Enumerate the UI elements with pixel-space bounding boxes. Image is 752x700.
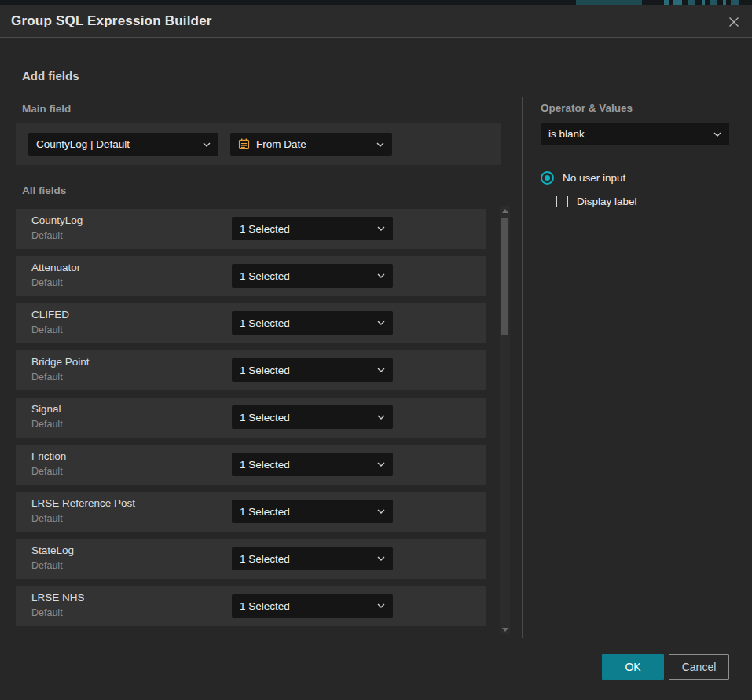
field-selection-value: 1 Selected (240, 600, 371, 612)
dialog-header: Group SQL Expression Builder (0, 5, 752, 38)
screen: Group SQL Expression Builder Add fields … (0, 0, 752, 700)
chevron-down-icon (377, 273, 385, 278)
chevron-down-icon (377, 226, 385, 231)
scrollbar-thumb[interactable] (501, 218, 508, 335)
main-field-source-dropdown[interactable]: CountyLog | Default (28, 133, 218, 156)
close-icon[interactable] (727, 15, 741, 29)
radio-selected-icon (541, 171, 554, 185)
scroll-down-arrow[interactable] (500, 625, 510, 634)
field-row: CountyLog Default 1 Selected (16, 209, 486, 249)
no-user-input-label: No user input (563, 172, 625, 184)
scroll-up-arrow[interactable] (500, 206, 510, 215)
panel-divider (522, 97, 523, 638)
field-row: CLIFED Default 1 Selected (16, 303, 486, 343)
display-label-checkbox[interactable]: Display label (556, 196, 637, 207)
field-selection-value: 1 Selected (240, 459, 371, 471)
display-label-label: Display label (577, 196, 637, 207)
field-row: Signal Default 1 Selected (16, 398, 486, 438)
chevron-down-icon (377, 462, 385, 467)
chevron-down-icon (377, 509, 385, 514)
field-type: Default (31, 466, 63, 477)
field-selection-dropdown[interactable]: 1 Selected (232, 594, 393, 618)
ok-button[interactable]: OK (602, 654, 664, 680)
field-name: Friction (31, 450, 66, 462)
field-type: Default (31, 277, 63, 288)
field-type: Default (31, 372, 63, 383)
operator-value: is blank (548, 128, 707, 140)
field-selection-dropdown[interactable]: 1 Selected (232, 500, 393, 523)
main-field-date-dropdown[interactable]: From Date (230, 133, 392, 156)
field-row: StateLog Default 1 Selected (16, 539, 486, 579)
chevron-down-icon (377, 556, 385, 561)
field-selection-dropdown[interactable]: 1 Selected (232, 358, 393, 382)
field-type: Default (31, 419, 63, 430)
main-field-container: CountyLog | Default From Date (16, 123, 501, 165)
chevron-down-icon (713, 132, 721, 137)
field-name: CountyLog (31, 214, 83, 226)
field-type: Default (31, 230, 63, 241)
field-name: Attenuator (31, 262, 80, 273)
date-field-icon (238, 138, 250, 150)
field-name: LRSE NHS (31, 592, 85, 603)
checkbox-unchecked-icon (556, 196, 568, 207)
cancel-button-label: Cancel (682, 661, 717, 673)
chevron-down-icon (376, 142, 384, 147)
field-type: Default (31, 560, 63, 571)
main-field-source-value: CountyLog | Default (36, 138, 196, 150)
add-fields-heading: Add fields (22, 69, 79, 82)
field-row: Attenuator Default 1 Selected (16, 256, 486, 296)
field-row: Bridge Point Default 1 Selected (16, 350, 486, 390)
no-user-input-radio[interactable]: No user input (541, 171, 625, 185)
field-type: Default (31, 324, 63, 335)
main-field-date-value: From Date (256, 138, 370, 150)
chevron-down-icon (377, 321, 385, 325)
field-selection-value: 1 Selected (240, 412, 371, 423)
field-selection-dropdown[interactable]: 1 Selected (232, 217, 393, 240)
field-type: Default (31, 513, 63, 524)
operator-dropdown[interactable]: is blank (541, 123, 729, 145)
main-field-label: Main field (22, 103, 71, 115)
field-selection-value: 1 Selected (240, 270, 371, 282)
field-selection-dropdown[interactable]: 1 Selected (232, 311, 393, 335)
field-selection-dropdown[interactable]: 1 Selected (232, 453, 393, 476)
all-fields-label: All fields (22, 185, 66, 196)
field-name: StateLog (31, 544, 74, 556)
chevron-down-icon (377, 368, 385, 372)
field-selection-value: 1 Selected (240, 317, 371, 329)
field-selection-value: 1 Selected (240, 365, 371, 376)
field-row: Friction Default 1 Selected (16, 445, 486, 485)
dialog-title: Group SQL Expression Builder (11, 5, 212, 38)
field-type: Default (31, 607, 63, 618)
chevron-down-icon (203, 142, 211, 147)
cancel-button[interactable]: Cancel (669, 654, 729, 680)
field-selection-dropdown[interactable]: 1 Selected (232, 264, 393, 288)
field-name: Signal (31, 403, 61, 415)
field-selection-value: 1 Selected (240, 553, 371, 565)
field-row: LRSE Reference Post Default 1 Selected (16, 492, 486, 532)
ok-button-label: OK (625, 661, 640, 673)
field-selection-dropdown[interactable]: 1 Selected (232, 547, 393, 570)
operator-values-heading: Operator & Values (541, 102, 633, 114)
field-name: Bridge Point (31, 356, 90, 368)
field-selection-value: 1 Selected (240, 223, 371, 235)
list-scrollbar (500, 206, 510, 634)
field-name: CLIFED (31, 309, 69, 321)
field-selection-value: 1 Selected (240, 506, 371, 518)
chevron-down-icon (377, 415, 385, 420)
field-selection-dropdown[interactable]: 1 Selected (232, 405, 393, 429)
field-row: LRSE NHS Default 1 Selected (16, 586, 486, 626)
chevron-down-icon (377, 603, 385, 608)
group-sql-expression-builder-dialog: Group SQL Expression Builder Add fields … (0, 5, 752, 700)
field-name: LRSE Reference Post (31, 497, 135, 509)
